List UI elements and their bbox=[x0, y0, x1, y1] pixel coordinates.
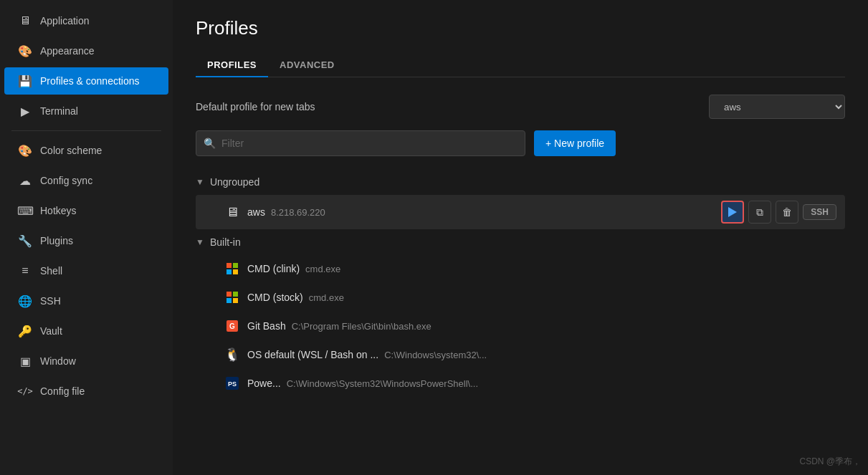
default-profile-row: Default profile for new tabs aws bbox=[196, 95, 845, 119]
profile-icon-aws: 🖥 bbox=[224, 204, 240, 220]
sidebar-item-hotkeys-label: Hotkeys bbox=[40, 205, 77, 216]
profile-cmd-stock-name: CMD (stock) bbox=[247, 292, 303, 303]
plugins-icon: 🔧 bbox=[19, 234, 32, 247]
profile-item-cmd-stock[interactable]: CMD (stock) cmd.exe bbox=[196, 284, 845, 311]
profile-git-bash-detail: C:\Program Files\Git\bin\bash.exe bbox=[292, 321, 431, 332]
main-content: Profiles PROFILES ADVANCED Default profi… bbox=[173, 0, 868, 475]
delete-button-aws[interactable]: 🗑 bbox=[776, 201, 798, 224]
tab-profiles[interactable]: PROFILES bbox=[196, 54, 268, 77]
duplicate-button-aws[interactable]: ⧉ bbox=[748, 201, 771, 224]
filter-row: 🔍 + New profile bbox=[196, 130, 845, 156]
windows-icon-cmd-stock bbox=[226, 291, 239, 304]
sidebar-item-application[interactable]: 🖥 Application bbox=[4, 7, 168, 34]
play-button-aws[interactable] bbox=[721, 201, 744, 224]
profile-powershell-detail: C:\Windows\System32\WindowsPowerShell\..… bbox=[287, 378, 478, 389]
profile-icon-cmd-clink bbox=[224, 261, 240, 277]
profile-item-git-bash[interactable]: G Git Bash C:\Program Files\Git\bin\bash… bbox=[196, 312, 845, 340]
profile-aws-actions: ⧉ 🗑 SSH bbox=[721, 201, 836, 224]
svg-text:PS: PS bbox=[228, 380, 237, 388]
sidebar-item-terminal-label: Terminal bbox=[40, 105, 78, 117]
sidebar-item-vault-label: Vault bbox=[40, 325, 62, 337]
default-profile-select[interactable]: aws bbox=[709, 95, 845, 119]
profile-item-powershell[interactable]: PS Powe... C:\Windows\System32\WindowsPo… bbox=[196, 370, 845, 397]
sidebar-item-config-file-label: Config file bbox=[40, 385, 85, 397]
group-builtin-header[interactable]: ▼ Built-in bbox=[196, 231, 845, 254]
window-icon: ▣ bbox=[19, 355, 32, 368]
sidebar-item-profiles-connections[interactable]: 💾 Profiles & connections bbox=[4, 67, 168, 95]
group-ungrouped-label: Ungrouped bbox=[210, 176, 259, 188]
sidebar-item-appearance[interactable]: 🎨 Appearance bbox=[4, 37, 168, 64]
hotkeys-icon: ⌨ bbox=[19, 204, 32, 217]
svg-rect-7 bbox=[226, 298, 232, 303]
sidebar-item-config-sync[interactable]: ☁ Config sync bbox=[4, 167, 168, 194]
sidebar-item-color-scheme[interactable]: 🎨 Color scheme bbox=[4, 137, 168, 164]
svg-text:G: G bbox=[229, 322, 235, 330]
sidebar-item-plugins[interactable]: 🔧 Plugins bbox=[4, 227, 168, 254]
sidebar-item-shell-label: Shell bbox=[40, 265, 62, 277]
sidebar-item-window[interactable]: ▣ Window bbox=[4, 347, 168, 375]
svg-rect-8 bbox=[233, 298, 238, 303]
sidebar-item-ssh[interactable]: 🌐 SSH bbox=[4, 287, 168, 315]
new-profile-button[interactable]: + New profile bbox=[534, 130, 616, 156]
sidebar-item-plugins-label: Plugins bbox=[40, 235, 73, 246]
sidebar-item-terminal[interactable]: ▶ Terminal bbox=[4, 97, 168, 125]
page-title: Profiles bbox=[196, 17, 845, 39]
profile-icon-cmd-stock bbox=[224, 289, 240, 305]
config-file-icon: </> bbox=[19, 385, 32, 398]
group-builtin-label: Built-in bbox=[210, 236, 241, 248]
svg-rect-3 bbox=[226, 269, 232, 274]
trash-icon: 🗑 bbox=[782, 206, 792, 218]
sidebar-item-vault[interactable]: 🔑 Vault bbox=[4, 317, 168, 345]
filter-container: 🔍 bbox=[196, 130, 525, 156]
ssh-icon: 🌐 bbox=[19, 294, 32, 307]
profile-cmd-clink-name: CMD (clink) bbox=[247, 263, 300, 274]
profiles-icon: 💾 bbox=[19, 75, 32, 87]
profile-cmd-clink-detail: cmd.exe bbox=[305, 264, 340, 274]
sidebar-separator-1 bbox=[11, 130, 161, 131]
search-icon: 🔍 bbox=[204, 138, 216, 149]
terminal-icon: ▶ bbox=[19, 105, 32, 117]
appearance-icon: 🎨 bbox=[19, 44, 32, 57]
profile-git-bash-name: Git Bash bbox=[247, 320, 286, 332]
vault-icon: 🔑 bbox=[19, 325, 32, 337]
svg-rect-4 bbox=[233, 269, 238, 274]
profile-os-default-detail: C:\Windows\system32\... bbox=[384, 350, 487, 360]
sidebar-item-config-sync-label: Config sync bbox=[40, 175, 92, 186]
group-ungrouped-header[interactable]: ▼ Ungrouped bbox=[196, 171, 845, 193]
profile-item-os-default[interactable]: 🐧 OS default (WSL / Bash on ... C:\Windo… bbox=[196, 341, 845, 368]
sidebar: 🖥 Application 🎨 Appearance 💾 Profiles & … bbox=[0, 0, 173, 475]
profile-icon-os-default: 🐧 bbox=[224, 347, 240, 363]
sidebar-item-hotkeys[interactable]: ⌨ Hotkeys bbox=[4, 197, 168, 224]
profile-icon-powershell: PS bbox=[224, 375, 240, 391]
config-sync-icon: ☁ bbox=[19, 174, 32, 187]
profile-item-aws[interactable]: 🖥 aws 8.218.69.220 ⧉ 🗑 SSH bbox=[196, 195, 845, 229]
play-icon bbox=[728, 207, 737, 217]
sidebar-item-color-scheme-label: Color scheme bbox=[40, 145, 102, 156]
sidebar-item-window-label: Window bbox=[40, 355, 76, 367]
svg-rect-5 bbox=[226, 292, 232, 297]
sidebar-item-config-file[interactable]: </> Config file bbox=[4, 378, 168, 405]
shell-icon: ≡ bbox=[19, 264, 32, 277]
profile-cmd-stock-detail: cmd.exe bbox=[309, 292, 344, 303]
tab-advanced[interactable]: ADVANCED bbox=[268, 54, 346, 77]
duplicate-icon: ⧉ bbox=[756, 206, 763, 219]
ungrouped-chevron-icon: ▼ bbox=[196, 177, 204, 187]
application-icon: 🖥 bbox=[19, 14, 32, 27]
watermark: CSDN @季布， bbox=[799, 456, 861, 468]
svg-marker-0 bbox=[728, 207, 737, 217]
tabs-bar: PROFILES ADVANCED bbox=[196, 54, 845, 77]
git-icon: G bbox=[226, 320, 239, 332]
ssh-badge-aws: SSH bbox=[803, 204, 836, 220]
profile-list: ▼ Ungrouped 🖥 aws 8.218.69.220 ⧉ 🗑 bbox=[196, 171, 845, 397]
windows-icon-cmd-clink bbox=[226, 262, 239, 275]
filter-input[interactable] bbox=[221, 138, 518, 149]
profile-item-cmd-clink[interactable]: CMD (clink) cmd.exe bbox=[196, 255, 845, 282]
sidebar-item-shell[interactable]: ≡ Shell bbox=[4, 257, 168, 284]
sidebar-item-profiles-label: Profiles & connections bbox=[40, 75, 140, 87]
svg-rect-1 bbox=[226, 263, 232, 268]
monitor-icon: 🖥 bbox=[226, 205, 239, 220]
svg-rect-6 bbox=[233, 292, 238, 297]
sidebar-item-application-label: Application bbox=[40, 15, 90, 27]
color-scheme-icon: 🎨 bbox=[19, 144, 32, 157]
profile-os-default-name: OS default (WSL / Bash on ... bbox=[247, 349, 378, 360]
